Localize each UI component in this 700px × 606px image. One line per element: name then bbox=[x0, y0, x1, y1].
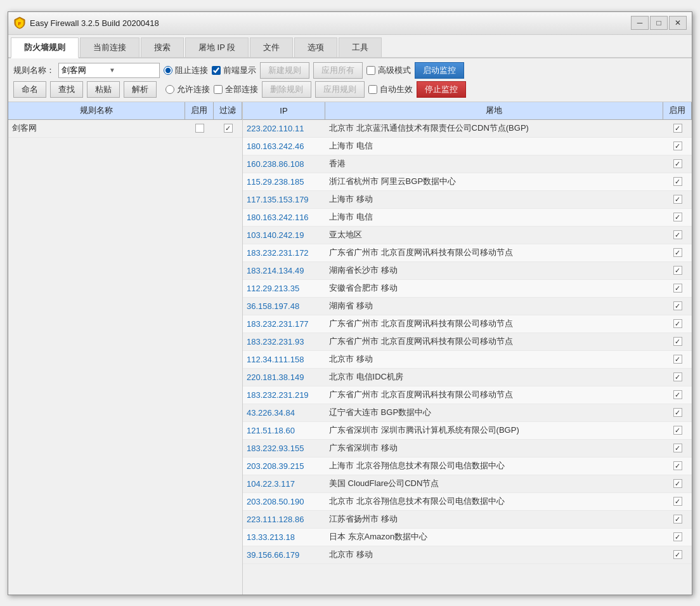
table-row[interactable]: 160.238.86.108香港 bbox=[243, 155, 692, 173]
apply-all-button[interactable]: 应用所有 bbox=[313, 62, 363, 79]
enable-checkbox[interactable] bbox=[673, 195, 682, 204]
name-button[interactable]: 命名 bbox=[13, 81, 46, 98]
table-row[interactable]: 223.202.110.11北京市 北京蓝汛通信技术有限责任公司CDN节点(BG… bbox=[243, 120, 692, 138]
auto-effect-check-group: 自动生效 bbox=[368, 84, 413, 95]
table-row[interactable]: 183.232.231.93广东省广州市 北京百度网讯科技有限公司移动节点 bbox=[243, 333, 692, 351]
enable-cell bbox=[663, 301, 692, 310]
enable-checkbox[interactable] bbox=[673, 479, 682, 488]
tab-search[interactable]: 搜索 bbox=[141, 37, 184, 57]
enable-checkbox[interactable] bbox=[673, 266, 682, 275]
enable-checkbox[interactable] bbox=[673, 124, 682, 133]
location-cell: 亚太地区 bbox=[325, 229, 663, 240]
table-row[interactable]: 121.51.18.60广东省深圳市 深圳市腾讯计算机系统有限公司(BGP) bbox=[243, 422, 692, 440]
stop-monitor-button[interactable]: 停止监控 bbox=[417, 81, 466, 98]
block-connection-radio[interactable] bbox=[164, 66, 172, 75]
enable-checkbox[interactable] bbox=[673, 444, 682, 452]
table-row[interactable]: 112.34.111.158北京市 移动 bbox=[243, 351, 692, 369]
tab-files[interactable]: 文件 bbox=[250, 37, 293, 57]
enable-checkbox[interactable] bbox=[673, 355, 682, 364]
enable-checkbox[interactable] bbox=[673, 408, 682, 417]
enable-cell bbox=[663, 213, 692, 221]
enable-checkbox[interactable] bbox=[673, 426, 682, 435]
table-row[interactable]: 220.181.38.149北京市 电信IDC机房 bbox=[243, 369, 692, 386]
location-cell: 北京市 北京蓝汛通信技术有限责任公司CDN节点(BGP) bbox=[325, 122, 663, 134]
enable-checkbox[interactable] bbox=[673, 248, 682, 257]
new-rule-button[interactable]: 新建规则 bbox=[260, 62, 309, 79]
tab-connections[interactable]: 当前连接 bbox=[80, 37, 139, 57]
table-row[interactable]: 223.111.128.86江苏省扬州市 移动 bbox=[243, 511, 692, 529]
table-row[interactable]: 203.208.39.215上海市 北京谷翔信息技术有限公司电信数据中心 bbox=[243, 458, 692, 475]
enable-checkbox[interactable] bbox=[673, 372, 682, 381]
find-button[interactable]: 查找 bbox=[50, 81, 83, 98]
apply-rule-button[interactable]: 应用规则 bbox=[315, 81, 365, 98]
ip-cell: 183.214.134.49 bbox=[243, 266, 325, 275]
location-cell: 美国 CloudFlare公司CDN节点 bbox=[325, 478, 663, 489]
table-row[interactable]: 117.135.153.179上海市 移动 bbox=[243, 191, 692, 209]
table-row[interactable]: 43.226.34.84辽宁省大连市 BGP数据中心 bbox=[243, 404, 692, 422]
table-row[interactable]: 104.22.3.117美国 CloudFlare公司CDN节点 bbox=[243, 475, 692, 493]
table-row[interactable]: 13.33.213.18日本 东京Amazon数据中心 bbox=[243, 529, 692, 546]
table-row[interactable]: 180.163.242.116上海市 电信 bbox=[243, 209, 692, 227]
table-row[interactable]: 183.232.231.177广东省广州市 北京百度网讯科技有限公司移动节点 bbox=[243, 315, 692, 333]
table-row[interactable]: 39.156.66.179北京市 移动 bbox=[243, 546, 692, 564]
ip-cell: 223.111.128.86 bbox=[243, 515, 325, 524]
rule-enable-checkbox[interactable] bbox=[195, 124, 204, 133]
enable-checkbox[interactable] bbox=[673, 177, 682, 186]
table-row[interactable]: 183.232.231.219广东省广州市 北京百度网讯科技有限公司移动节点 bbox=[243, 386, 692, 404]
close-button[interactable]: ✕ bbox=[669, 16, 687, 30]
rule-filter-checkbox[interactable] bbox=[224, 124, 233, 133]
ip-cell: 203.208.39.215 bbox=[243, 461, 325, 471]
enable-checkbox[interactable] bbox=[673, 319, 682, 328]
enable-checkbox[interactable] bbox=[673, 337, 682, 346]
table-row[interactable]: 115.29.238.185浙江省杭州市 阿里云BGP数据中心 bbox=[243, 173, 692, 191]
right-table-body[interactable]: 223.202.110.11北京市 北京蓝汛通信技术有限责任公司CDN节点(BG… bbox=[243, 120, 692, 595]
ip-cell: 115.29.238.185 bbox=[243, 177, 325, 187]
tab-iprange[interactable]: 屠地 IP 段 bbox=[185, 37, 249, 57]
paste-button[interactable]: 粘贴 bbox=[87, 81, 120, 98]
tab-firewall[interactable]: 防火墙规则 bbox=[11, 37, 79, 58]
enable-checkbox[interactable] bbox=[673, 461, 682, 470]
table-row[interactable]: 183.232.231.172广东省广州市 北京百度网讯科技有限公司移动节点 bbox=[243, 244, 692, 262]
table-row[interactable]: 103.140.242.19亚太地区 bbox=[243, 227, 692, 244]
auto-effect-checkbox[interactable] bbox=[368, 85, 377, 94]
enable-checkbox[interactable] bbox=[673, 550, 682, 559]
rule-name-dropdown[interactable]: 剑客网 ▼ bbox=[58, 63, 160, 78]
delete-rule-button[interactable]: 删除规则 bbox=[262, 81, 311, 98]
enable-checkbox[interactable] bbox=[673, 301, 682, 310]
enable-cell bbox=[663, 355, 692, 364]
table-row[interactable]: 180.163.242.46上海市 电信 bbox=[243, 138, 692, 155]
advanced-mode-check-group: 高级模式 bbox=[366, 65, 411, 76]
minimize-button[interactable]: ─ bbox=[631, 16, 649, 30]
location-cell: 上海市 电信 bbox=[325, 211, 663, 223]
enable-checkbox[interactable] bbox=[673, 284, 682, 293]
location-cell: 江苏省扬州市 移动 bbox=[325, 513, 663, 525]
start-monitor-button[interactable]: 启动监控 bbox=[415, 62, 464, 79]
enable-checkbox[interactable] bbox=[673, 230, 682, 239]
maximize-button[interactable]: □ bbox=[650, 16, 668, 30]
enable-checkbox[interactable] bbox=[673, 159, 682, 168]
front-display-checkbox[interactable] bbox=[212, 66, 221, 75]
location-cell: 广东省深圳市 深圳市腾讯计算机系统有限公司(BGP) bbox=[325, 425, 663, 436]
table-row[interactable]: 203.208.50.190北京市 北京谷翔信息技术有限公司电信数据中心 bbox=[243, 493, 692, 511]
tab-tools[interactable]: 工具 bbox=[339, 37, 382, 57]
tab-options[interactable]: 选项 bbox=[294, 37, 337, 57]
list-item[interactable]: 剑客网 bbox=[8, 120, 242, 138]
table-row[interactable]: 183.232.93.155广东省深圳市 移动 bbox=[243, 440, 692, 458]
ip-cell: 13.33.213.18 bbox=[243, 532, 325, 542]
table-row[interactable]: 36.158.197.48湖南省 移动 bbox=[243, 298, 692, 315]
ip-cell: 160.238.86.108 bbox=[243, 159, 325, 169]
enable-checkbox[interactable] bbox=[673, 515, 682, 524]
table-row[interactable]: 183.214.134.49湖南省长沙市 移动 bbox=[243, 262, 692, 280]
ip-cell: 39.156.66.179 bbox=[243, 550, 325, 560]
enable-checkbox[interactable] bbox=[673, 213, 682, 221]
location-cell: 辽宁省大连市 BGP数据中心 bbox=[325, 407, 663, 418]
enable-checkbox[interactable] bbox=[673, 532, 682, 541]
parse-button[interactable]: 解析 bbox=[124, 81, 157, 98]
allow-connection-radio[interactable] bbox=[165, 85, 174, 94]
advanced-mode-checkbox[interactable] bbox=[366, 66, 375, 75]
full-connection-checkbox[interactable] bbox=[214, 85, 223, 94]
enable-checkbox[interactable] bbox=[673, 497, 682, 506]
table-row[interactable]: 112.29.213.35安徽省合肥市 移动 bbox=[243, 280, 692, 298]
enable-checkbox[interactable] bbox=[673, 142, 682, 150]
enable-checkbox[interactable] bbox=[673, 390, 682, 399]
